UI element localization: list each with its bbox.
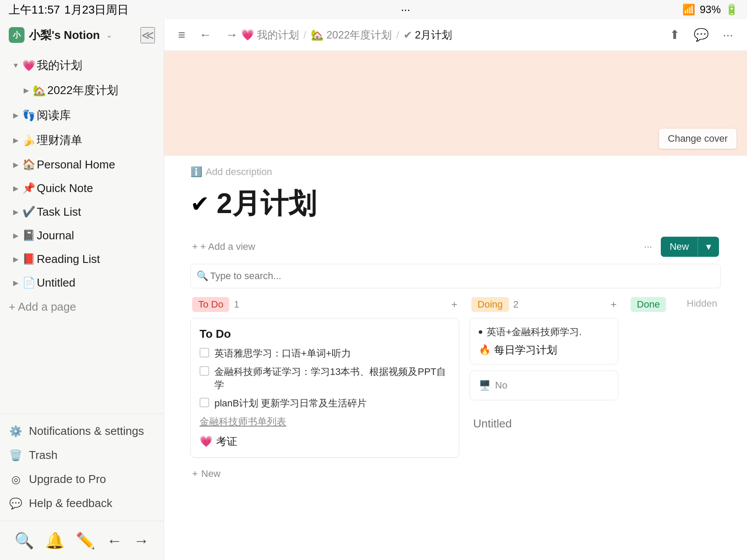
breadcrumb-my-plans[interactable]: 💗 我的计划 <box>241 28 299 42</box>
more-button[interactable]: ··· <box>719 24 736 46</box>
menu-button[interactable]: ≡ <box>175 24 189 46</box>
checkbox-1[interactable] <box>200 348 209 357</box>
add-description-button[interactable]: ℹ️ Add description <box>190 166 721 178</box>
db-more-button[interactable]: ··· <box>641 238 656 256</box>
new-button-dropdown[interactable]: ▼ <box>698 238 719 256</box>
monitor-icon: 🖥️ <box>479 380 491 391</box>
collapse-sidebar-button[interactable]: ≪ <box>140 27 155 43</box>
help-icon: 💬 <box>9 497 23 510</box>
search-input[interactable] <box>190 264 721 288</box>
untitled-input[interactable] <box>471 411 617 437</box>
nav-arrow-icon: ▶ <box>11 279 21 287</box>
breadcrumb-2022-plan[interactable]: 🏡 2022年度计划 <box>311 28 392 42</box>
sidebar-item-quick-note[interactable]: ▶ 📌 Quick Note ··· + <box>4 177 160 200</box>
comment-button[interactable]: 💬 <box>690 24 712 46</box>
done-tag: Done <box>631 297 666 312</box>
forward-button[interactable]: → <box>222 24 241 46</box>
card-footer-label: 考证 <box>216 434 237 448</box>
back-button[interactable]: ← <box>196 24 215 46</box>
nav-add-button[interactable]: + <box>139 228 153 242</box>
sidebar-item-reading-list[interactable]: ▶ 📕 Reading List ··· + <box>4 248 160 270</box>
change-cover-button[interactable]: Change cover <box>659 129 736 149</box>
nav-label: Journal <box>37 229 123 242</box>
nav-add-button[interactable]: + <box>139 84 153 98</box>
upgrade-item[interactable]: ◎ Upgrade to Pro <box>0 467 164 491</box>
trash-item[interactable]: 🗑️ Trash <box>0 443 164 467</box>
edit-bottom-button[interactable]: ✏️ <box>71 527 100 554</box>
nav-icon: 🍌 <box>21 134 37 147</box>
todo-count: 1 <box>234 299 239 310</box>
trash-icon: 🗑️ <box>9 449 23 462</box>
sidebar-item-2022-plan[interactable]: ▶ 🏡 2022年度计划 ··· + <box>4 78 160 102</box>
nav-add-button[interactable]: + <box>139 59 153 73</box>
toolbar-left: ≡ ← → <box>175 24 241 46</box>
nav-more-button[interactable]: ··· <box>123 252 137 266</box>
db-toolbar-left: + + Add a view <box>192 241 255 252</box>
nav-label: 2022年度计划 <box>47 83 123 98</box>
status-bar: 上午11:57 1月23日周日 ··· 📶 93% 🔋 <box>0 0 747 19</box>
settings-icon: ⚙️ <box>9 425 23 438</box>
sidebar-item-finance[interactable]: ▶ 🍌 理财清单 ··· + <box>4 128 160 152</box>
checkbox-3[interactable] <box>200 398 209 407</box>
share-button[interactable]: ⬆ <box>666 24 683 46</box>
back-bottom-button[interactable]: ← <box>102 527 127 554</box>
nav-add-button[interactable]: + <box>139 205 153 219</box>
sidebar-item-task-list[interactable]: ▶ ✔️ Task List ··· + <box>4 200 160 223</box>
nav-arrow-icon: ▶ <box>11 208 21 216</box>
nav-add-button[interactable]: + <box>139 252 153 266</box>
nav-more-button[interactable]: ··· <box>123 181 137 195</box>
checkbox-2[interactable] <box>200 366 209 376</box>
sidebar-item-journal[interactable]: ▶ 📓 Journal ··· + <box>4 224 160 247</box>
nav-more-button[interactable]: ··· <box>123 158 137 172</box>
forward-bottom-button[interactable]: → <box>129 527 154 554</box>
nav-icon: 📓 <box>21 229 37 242</box>
breadcrumb-feb-plan[interactable]: ✔ 2月计划 <box>403 28 452 42</box>
database-search: 🔍 <box>190 264 721 288</box>
nav-icon: 💗 <box>21 60 37 72</box>
nav-more-button[interactable]: ··· <box>123 228 137 242</box>
workspace-avatar: 小 <box>9 27 25 43</box>
doing-card-label: 每日学习计划 <box>494 343 557 357</box>
nav-arrow-icon: ▶ <box>11 255 21 263</box>
add-page-button[interactable]: + Add a page <box>0 295 164 319</box>
nav-more-button[interactable]: ··· <box>123 205 137 219</box>
nav-icon: 🏡 <box>32 84 47 97</box>
bullet-item-1: 英语+金融科技师学习. <box>479 326 609 339</box>
kanban-add-doing-button[interactable]: + <box>610 298 617 311</box>
nav-more-button[interactable]: ··· <box>123 133 137 147</box>
nav-add-button[interactable]: + <box>139 108 153 122</box>
checkbox-label-1: 英语雅思学习：口语+单词+听力 <box>214 347 351 360</box>
kanban-add-todo-button[interactable]: + <box>451 298 457 311</box>
doing-count: 2 <box>513 299 519 310</box>
nav-add-button[interactable]: + <box>139 133 153 147</box>
sidebar-item-personal-home[interactable]: ▶ 🏠 Personal Home ··· + <box>4 153 160 176</box>
sidebar-item-my-plans[interactable]: ▼ 💗 我的计划 ··· + <box>4 53 160 77</box>
card-footer-link[interactable]: 💗 考证 <box>200 434 450 448</box>
nav-add-button[interactable]: + <box>139 158 153 172</box>
nav-add-button[interactable]: + <box>139 181 153 195</box>
doing-card-2: 🖥️ No <box>470 371 618 400</box>
kanban-new-todo-button[interactable]: + New <box>190 464 459 484</box>
workspace-info[interactable]: 小 小梨's Notion ⌄ <box>9 27 112 43</box>
nav-label: 理财清单 <box>37 133 123 148</box>
page-body: ℹ️ Add description ✔ 2月计划 + + Add a view <box>164 156 747 510</box>
doing-card-footer[interactable]: 🔥 每日学习计划 <box>479 343 609 357</box>
nav-icon: 👣 <box>21 109 37 122</box>
nav-more-button[interactable]: ··· <box>123 59 137 73</box>
nav-more-button[interactable]: ··· <box>123 84 137 98</box>
help-feedback-item[interactable]: 💬 Help & feedback <box>0 491 164 515</box>
sidebar-item-untitled[interactable]: ▶ 📄 Untitled ··· + <box>4 271 160 294</box>
nav-add-button[interactable]: + <box>139 276 153 290</box>
bell-bottom-button[interactable]: 🔔 <box>41 527 69 554</box>
nav-more-button[interactable]: ··· <box>123 108 137 122</box>
nav-arrow-icon: ▶ <box>21 86 32 94</box>
new-button[interactable]: New <box>661 237 698 257</box>
search-bottom-button[interactable]: 🔍 <box>10 527 39 554</box>
card-link[interactable]: 金融科技师书单列表 <box>200 415 450 428</box>
nav-more-button[interactable]: ··· <box>123 276 137 290</box>
add-view-button[interactable]: + + Add a view <box>192 241 255 252</box>
nav-label: Personal Home <box>37 158 123 172</box>
sidebar-item-reading-lib[interactable]: ▶ 👣 阅读库 ··· + <box>4 103 160 127</box>
kanban-column-todo: To Do 1 + To Do 英语雅思学习：口语+单词+听力 <box>190 297 459 484</box>
notifications-settings-item[interactable]: ⚙️ Notifications & settings <box>0 419 164 443</box>
